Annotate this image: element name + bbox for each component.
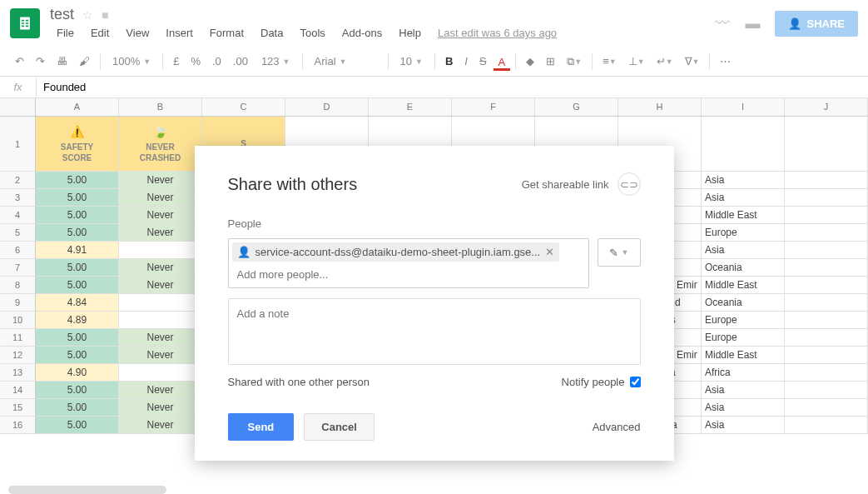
note-input[interactable] (228, 298, 641, 365)
cancel-button[interactable]: Cancel (304, 413, 374, 441)
person-icon: 👤 (237, 246, 250, 258)
add-people-input[interactable] (231, 263, 587, 286)
permission-button[interactable]: ✎ ▼ (598, 238, 641, 267)
notify-checkbox-input[interactable] (630, 377, 641, 387)
notify-people-checkbox[interactable]: Notify people (562, 376, 641, 388)
shared-with-text: Shared with one other person (228, 376, 370, 388)
chip-remove-icon[interactable]: ✕ (545, 246, 554, 258)
link-icon: ⊂⊃ (618, 172, 641, 196)
people-label: People (228, 217, 641, 230)
pencil-icon: ✎ (609, 247, 618, 259)
share-modal: Share with others Get shareable link ⊂⊃ … (195, 146, 674, 461)
send-button[interactable]: Send (228, 413, 295, 441)
notify-label: Notify people (562, 376, 625, 388)
horizontal-scrollbar[interactable] (8, 486, 166, 494)
chip-email-text: service-account-dss@dataiku-demo-sheet-p… (255, 246, 541, 258)
shareable-link-label: Get shareable link (522, 178, 609, 191)
advanced-link[interactable]: Advanced (593, 421, 641, 433)
modal-title: Share with others (228, 175, 358, 194)
get-shareable-link[interactable]: Get shareable link ⊂⊃ (522, 172, 641, 196)
people-input-box[interactable]: 👤 service-account-dss@dataiku-demo-sheet… (228, 238, 589, 288)
share-modal-overlay: Share with others Get shareable link ⊂⊃ … (0, 0, 868, 494)
chevron-down-icon: ▼ (622, 248, 629, 257)
email-chip[interactable]: 👤 service-account-dss@dataiku-demo-sheet… (232, 242, 560, 262)
